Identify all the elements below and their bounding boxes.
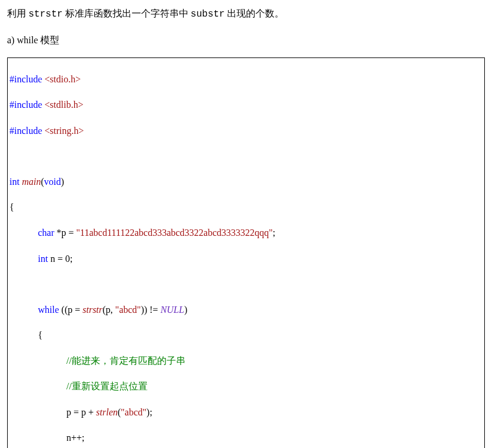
lbrace: { xyxy=(38,330,43,340)
while-open: ((p = xyxy=(59,305,83,315)
lbrace: { xyxy=(9,202,14,212)
indent xyxy=(9,305,38,315)
npp: n++; xyxy=(66,433,85,443)
indent xyxy=(9,330,38,340)
semi: ; xyxy=(273,228,275,238)
strstr-fn: strstr xyxy=(82,305,103,315)
comment: //重新设置起点位置 xyxy=(66,381,148,391)
comment: //能进来，肯定有匹配的子串 xyxy=(66,356,186,366)
intro-mid: 标准库函数找出一个字符串中 xyxy=(65,8,189,18)
indent xyxy=(9,228,38,238)
section-label: a) while 模型 xyxy=(7,34,485,47)
n-decl: n = xyxy=(48,254,65,264)
include-path: <stdlib.h> xyxy=(44,100,84,110)
strlen-fn: strlen xyxy=(96,407,117,417)
abcd-str: "abcd" xyxy=(121,407,146,417)
while-close: ) xyxy=(184,305,187,315)
indent xyxy=(9,407,66,417)
semi: ; xyxy=(149,407,152,417)
indent xyxy=(9,356,66,366)
include-kw: #include xyxy=(9,100,42,110)
char-kw: char xyxy=(38,228,55,238)
intro-code1: strstr xyxy=(28,9,63,20)
include-path: <stdio.h> xyxy=(44,74,81,84)
indent xyxy=(9,381,66,391)
main-fn: main xyxy=(22,177,41,187)
include-path: <string.h> xyxy=(44,126,84,136)
void-kw: void xyxy=(44,177,60,187)
indent xyxy=(9,433,66,443)
include-kw: #include xyxy=(9,74,42,84)
intro-suffix: 出现的个数。 xyxy=(227,8,284,18)
code-block: #include <stdio.h> #include <stdlib.h> #… xyxy=(7,57,485,448)
indent xyxy=(9,254,38,264)
null-kw: NULL xyxy=(161,305,184,315)
p-decl: *p = xyxy=(55,228,76,238)
int-kw: int xyxy=(38,254,48,264)
strstr-args-open: (p, xyxy=(103,305,115,315)
include-kw: #include xyxy=(9,126,42,136)
intro-prefix: 利用 xyxy=(7,8,26,18)
strstr-args-close: )) != xyxy=(141,305,161,315)
int-kw: int xyxy=(9,177,22,187)
intro-paragraph: 利用 strstr 标准库函数找出一个字符串中 substr 出现的个数。 xyxy=(7,6,485,23)
intro-code2: substr xyxy=(191,9,225,20)
p-assign: p = p + xyxy=(66,407,96,417)
abcd-str: "abcd" xyxy=(115,305,140,315)
while-kw: while xyxy=(38,305,59,315)
num-zero: 0 xyxy=(65,254,70,264)
semi: ; xyxy=(70,254,72,264)
string-literal: "11abcd111122abcd333abcd3322abcd3333322q… xyxy=(76,228,273,238)
paren-close: ) xyxy=(61,177,64,187)
